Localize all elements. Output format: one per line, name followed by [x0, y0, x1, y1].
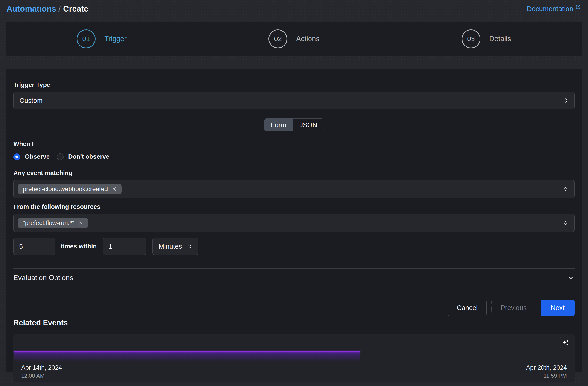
top-bar: Automations/Create Documentation — [0, 0, 588, 14]
wizard-buttons: Cancel Previous Next — [13, 300, 575, 316]
timeline-date-labels: Apr 14th, 2024 12:00 AM Apr 20th, 2024 1… — [13, 364, 575, 379]
chevron-up-down-icon — [563, 220, 569, 226]
external-link-icon — [575, 5, 581, 10]
within-input[interactable] — [103, 238, 147, 255]
step-details[interactable]: 03 Details — [390, 29, 583, 48]
timeline-end: Apr 20th, 2024 11:59 PM — [526, 364, 567, 379]
radio-selected-icon[interactable] — [13, 154, 20, 160]
observe-radio-group: Observe Don't observe — [13, 153, 575, 160]
wizard-stepper: 01 Trigger 02 Actions 03 Details — [5, 22, 583, 56]
step-trigger[interactable]: 01 Trigger — [5, 29, 198, 48]
sparkles-icon — [562, 339, 569, 347]
trigger-type-value: Custom — [20, 97, 42, 104]
breadcrumb: Automations/Create — [6, 4, 88, 13]
event-tag: prefect-cloud.webhook.created — [18, 184, 122, 194]
chevron-up-down-icon — [187, 243, 193, 249]
step-details-label: Details — [489, 35, 511, 43]
dont-observe-radio-label: Don't observe — [68, 153, 109, 160]
start-time-label: 12:00 AM — [21, 373, 62, 379]
cancel-button[interactable]: Cancel — [448, 300, 486, 316]
related-events-chart: Apr 14th, 2024 12:00 AM Apr 20th, 2024 1… — [13, 334, 575, 382]
event-matching-label: Any event matching — [13, 170, 575, 177]
resources-label: From the following resources — [13, 203, 575, 211]
event-matching-select[interactable]: prefect-cloud.webhook.created — [13, 180, 575, 198]
previous-button[interactable]: Previous — [491, 300, 536, 316]
step-actions-number: 02 — [269, 29, 287, 48]
resource-tag-label: "prefect.flow-run.*" — [23, 219, 74, 227]
trigger-type-label: Trigger Type — [13, 81, 575, 89]
resources-select[interactable]: "prefect.flow-run.*" — [13, 214, 575, 232]
chevron-up-down-icon — [563, 186, 569, 192]
related-events-title: Related Events — [13, 318, 575, 327]
form-json-toggle: Form JSON — [264, 118, 324, 131]
end-time-label: 11:59 PM — [526, 373, 567, 379]
breadcrumb-automations-link[interactable]: Automations — [6, 4, 56, 13]
event-tag-label: prefect-cloud.webhook.created — [23, 186, 108, 193]
threshold-row: times within Minutes — [13, 238, 575, 255]
timeline-start: Apr 14th, 2024 12:00 AM — [21, 364, 62, 379]
page-title: Create — [63, 4, 88, 13]
remove-event-tag-icon[interactable] — [111, 186, 117, 192]
start-date-label: Apr 14th, 2024 — [21, 364, 62, 371]
chevron-down-icon — [567, 274, 575, 282]
count-input[interactable] — [13, 238, 55, 255]
toggle-form-option[interactable]: Form — [264, 118, 293, 131]
automation-create-page: Automations/Create Documentation 01 Trig… — [0, 0, 588, 386]
step-actions-label: Actions — [296, 35, 319, 43]
evaluation-options-toggle[interactable]: Evaluation Options — [13, 269, 575, 282]
step-trigger-number: 01 — [77, 29, 96, 48]
times-within-label: times within — [61, 243, 97, 250]
unit-value: Minutes — [159, 243, 182, 250]
evaluation-options-label: Evaluation Options — [13, 274, 73, 282]
remove-resource-tag-icon[interactable] — [78, 220, 83, 226]
step-trigger-label: Trigger — [104, 35, 127, 43]
when-i-label: When I — [13, 140, 575, 148]
documentation-link-label: Documentation — [527, 5, 573, 13]
radio-unselected-icon[interactable] — [57, 154, 63, 160]
form-json-toggle-row: Form JSON — [13, 118, 575, 131]
documentation-link[interactable]: Documentation — [527, 5, 581, 13]
next-button[interactable]: Next — [541, 300, 575, 316]
unit-select[interactable]: Minutes — [152, 238, 198, 255]
end-date-label: Apr 20th, 2024 — [526, 364, 567, 371]
sparkles-button[interactable] — [560, 337, 571, 348]
trigger-form-card: Trigger Type Custom Form JSON When I Obs… — [5, 69, 583, 372]
step-details-number: 03 — [462, 29, 481, 48]
observe-radio-label: Observe — [25, 153, 50, 160]
resource-tag: "prefect.flow-run.*" — [18, 218, 88, 228]
trigger-type-select[interactable]: Custom — [13, 92, 575, 109]
step-actions[interactable]: 02 Actions — [198, 29, 390, 48]
toggle-json-option[interactable]: JSON — [293, 118, 324, 131]
dont-observe-radio[interactable]: Don't observe — [57, 153, 109, 160]
timeline-axis — [15, 360, 566, 360]
observe-radio[interactable]: Observe — [13, 153, 50, 160]
chevron-up-down-icon — [563, 97, 569, 104]
breadcrumb-separator: / — [59, 4, 61, 13]
event-timeline-glow — [14, 352, 360, 362]
